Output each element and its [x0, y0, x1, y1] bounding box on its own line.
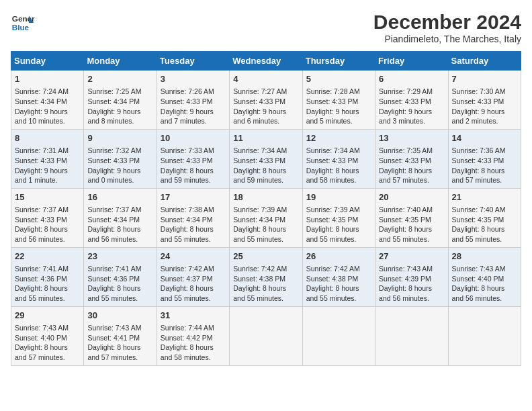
- calendar-day-cell: 16Sunrise: 7:37 AM Sunset: 4:34 PM Dayli…: [84, 188, 157, 247]
- calendar-day-cell: 23Sunrise: 7:41 AM Sunset: 4:36 PM Dayli…: [84, 247, 157, 306]
- weekday-header-cell: Friday: [375, 52, 448, 71]
- calendar-week-row: 22Sunrise: 7:41 AM Sunset: 4:36 PM Dayli…: [11, 247, 521, 306]
- day-number: 23: [87, 250, 152, 263]
- day-number: 21: [452, 191, 517, 203]
- calendar-week-row: 15Sunrise: 7:37 AM Sunset: 4:33 PM Dayli…: [11, 188, 521, 247]
- day-number: 20: [379, 191, 444, 203]
- calendar-day-cell: 30Sunrise: 7:43 AM Sunset: 4:41 PM Dayli…: [84, 306, 157, 365]
- calendar-body: 1Sunrise: 7:24 AM Sunset: 4:34 PM Daylig…: [11, 71, 521, 366]
- calendar-day-cell: 27Sunrise: 7:43 AM Sunset: 4:39 PM Dayli…: [375, 247, 448, 306]
- day-info: Sunrise: 7:43 AM Sunset: 4:39 PM Dayligh…: [379, 264, 444, 304]
- day-info: Sunrise: 7:27 AM Sunset: 4:33 PM Dayligh…: [233, 87, 298, 126]
- day-number: 2: [87, 73, 152, 85]
- calendar-week-row: 29Sunrise: 7:43 AM Sunset: 4:40 PM Dayli…: [11, 306, 521, 365]
- day-number: 12: [306, 132, 371, 144]
- weekday-header-cell: Sunday: [11, 52, 84, 71]
- day-number: 8: [15, 132, 80, 144]
- calendar-day-cell: 20Sunrise: 7:40 AM Sunset: 4:35 PM Dayli…: [375, 188, 448, 247]
- day-info: Sunrise: 7:28 AM Sunset: 4:33 PM Dayligh…: [306, 87, 371, 126]
- day-number: 27: [379, 250, 444, 263]
- day-number: 19: [306, 191, 371, 203]
- calendar-day-cell: 29Sunrise: 7:43 AM Sunset: 4:40 PM Dayli…: [11, 306, 84, 365]
- day-number: 3: [161, 73, 226, 85]
- weekday-header-cell: Thursday: [302, 52, 375, 71]
- day-number: 11: [233, 132, 298, 144]
- day-number: 7: [452, 73, 517, 85]
- weekday-header-cell: Wednesday: [230, 52, 302, 71]
- day-info: Sunrise: 7:24 AM Sunset: 4:34 PM Dayligh…: [15, 87, 80, 126]
- day-info: Sunrise: 7:30 AM Sunset: 4:33 PM Dayligh…: [452, 87, 517, 126]
- day-number: 17: [161, 191, 226, 203]
- day-number: 4: [233, 73, 298, 85]
- day-info: Sunrise: 7:34 AM Sunset: 4:33 PM Dayligh…: [233, 146, 298, 185]
- day-number: 1: [15, 73, 80, 85]
- calendar-day-cell: 8Sunrise: 7:31 AM Sunset: 4:33 PM Daylig…: [11, 129, 84, 188]
- day-info: Sunrise: 7:43 AM Sunset: 4:40 PM Dayligh…: [15, 323, 80, 363]
- day-info: Sunrise: 7:29 AM Sunset: 4:33 PM Dayligh…: [379, 87, 444, 126]
- day-number: 16: [87, 191, 152, 203]
- calendar-day-cell: 31Sunrise: 7:44 AM Sunset: 4:42 PM Dayli…: [157, 306, 229, 365]
- day-number: 5: [306, 73, 371, 85]
- day-info: Sunrise: 7:26 AM Sunset: 4:33 PM Dayligh…: [161, 87, 226, 126]
- weekday-header-cell: Saturday: [448, 52, 521, 71]
- calendar-day-cell: 17Sunrise: 7:38 AM Sunset: 4:34 PM Dayli…: [157, 188, 229, 247]
- calendar-day-cell: 6Sunrise: 7:29 AM Sunset: 4:33 PM Daylig…: [375, 71, 448, 130]
- page-title: December 2024: [373, 11, 521, 34]
- calendar-day-cell: 9Sunrise: 7:32 AM Sunset: 4:33 PM Daylig…: [84, 129, 157, 188]
- day-info: Sunrise: 7:42 AM Sunset: 4:38 PM Dayligh…: [233, 264, 298, 304]
- calendar-day-cell: [230, 306, 302, 365]
- calendar-day-cell: 21Sunrise: 7:40 AM Sunset: 4:35 PM Dayli…: [448, 188, 521, 247]
- day-number: 28: [452, 250, 517, 263]
- calendar-day-cell: [375, 306, 448, 365]
- day-info: Sunrise: 7:31 AM Sunset: 4:33 PM Dayligh…: [15, 146, 80, 185]
- calendar-day-cell: 13Sunrise: 7:35 AM Sunset: 4:33 PM Dayli…: [375, 129, 448, 188]
- day-number: 13: [379, 132, 444, 144]
- day-info: Sunrise: 7:40 AM Sunset: 4:35 PM Dayligh…: [452, 205, 517, 244]
- logo-icon: General Blue: [11, 11, 35, 35]
- calendar-week-row: 1Sunrise: 7:24 AM Sunset: 4:34 PM Daylig…: [11, 71, 521, 130]
- day-info: Sunrise: 7:44 AM Sunset: 4:42 PM Dayligh…: [161, 323, 226, 363]
- calendar-day-cell: 15Sunrise: 7:37 AM Sunset: 4:33 PM Dayli…: [11, 188, 84, 247]
- day-info: Sunrise: 7:40 AM Sunset: 4:35 PM Dayligh…: [379, 205, 444, 244]
- logo: General Blue: [11, 11, 35, 35]
- day-info: Sunrise: 7:35 AM Sunset: 4:33 PM Dayligh…: [379, 146, 444, 185]
- calendar-day-cell: 28Sunrise: 7:43 AM Sunset: 4:40 PM Dayli…: [448, 247, 521, 306]
- calendar-day-cell: 10Sunrise: 7:33 AM Sunset: 4:33 PM Dayli…: [157, 129, 229, 188]
- day-number: 14: [452, 132, 517, 144]
- calendar-day-cell: [448, 306, 521, 365]
- day-info: Sunrise: 7:43 AM Sunset: 4:40 PM Dayligh…: [452, 264, 517, 304]
- day-number: 29: [15, 310, 80, 322]
- day-info: Sunrise: 7:39 AM Sunset: 4:35 PM Dayligh…: [306, 205, 371, 244]
- calendar-day-cell: 3Sunrise: 7:26 AM Sunset: 4:33 PM Daylig…: [157, 71, 229, 130]
- day-number: 10: [161, 132, 226, 144]
- day-number: 25: [233, 250, 298, 263]
- weekday-header-row: SundayMondayTuesdayWednesdayThursdayFrid…: [11, 52, 521, 71]
- weekday-header-cell: Tuesday: [157, 52, 229, 71]
- day-info: Sunrise: 7:33 AM Sunset: 4:33 PM Dayligh…: [161, 146, 226, 185]
- calendar-day-cell: 1Sunrise: 7:24 AM Sunset: 4:34 PM Daylig…: [11, 71, 84, 130]
- day-info: Sunrise: 7:37 AM Sunset: 4:33 PM Dayligh…: [15, 205, 80, 244]
- day-info: Sunrise: 7:37 AM Sunset: 4:34 PM Dayligh…: [87, 205, 152, 244]
- day-number: 31: [161, 310, 226, 322]
- calendar-day-cell: 7Sunrise: 7:30 AM Sunset: 4:33 PM Daylig…: [448, 71, 521, 130]
- day-info: Sunrise: 7:43 AM Sunset: 4:41 PM Dayligh…: [87, 323, 152, 363]
- calendar-day-cell: 14Sunrise: 7:36 AM Sunset: 4:33 PM Dayli…: [448, 129, 521, 188]
- day-number: 18: [233, 191, 298, 203]
- day-number: 22: [15, 250, 80, 263]
- calendar-day-cell: [302, 306, 375, 365]
- calendar-day-cell: 22Sunrise: 7:41 AM Sunset: 4:36 PM Dayli…: [11, 247, 84, 306]
- calendar-day-cell: 19Sunrise: 7:39 AM Sunset: 4:35 PM Dayli…: [302, 188, 375, 247]
- calendar-day-cell: 11Sunrise: 7:34 AM Sunset: 4:33 PM Dayli…: [230, 129, 302, 188]
- weekday-header-cell: Monday: [84, 52, 157, 71]
- day-number: 15: [15, 191, 80, 203]
- calendar-day-cell: 25Sunrise: 7:42 AM Sunset: 4:38 PM Dayli…: [230, 247, 302, 306]
- page-subtitle: Piandimeleto, The Marches, Italy: [373, 34, 521, 44]
- day-info: Sunrise: 7:38 AM Sunset: 4:34 PM Dayligh…: [161, 205, 226, 244]
- calendar-day-cell: 12Sunrise: 7:34 AM Sunset: 4:33 PM Dayli…: [302, 129, 375, 188]
- calendar-day-cell: 24Sunrise: 7:42 AM Sunset: 4:37 PM Dayli…: [157, 247, 229, 306]
- day-info: Sunrise: 7:34 AM Sunset: 4:33 PM Dayligh…: [306, 146, 371, 185]
- title-block: December 2024 Piandimeleto, The Marches,…: [373, 11, 521, 44]
- day-info: Sunrise: 7:32 AM Sunset: 4:33 PM Dayligh…: [87, 146, 152, 185]
- day-info: Sunrise: 7:36 AM Sunset: 4:33 PM Dayligh…: [452, 146, 517, 185]
- day-number: 9: [87, 132, 152, 144]
